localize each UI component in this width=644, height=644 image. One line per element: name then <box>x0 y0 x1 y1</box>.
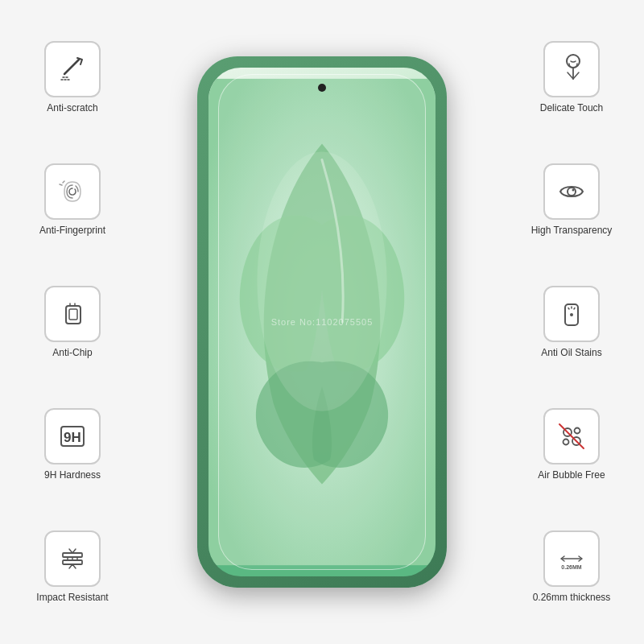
svg-rect-11 <box>63 553 82 557</box>
svg-point-23 <box>570 313 573 316</box>
svg-text:0.26MM: 0.26MM <box>561 564 581 570</box>
svg-line-25 <box>574 308 575 310</box>
svg-text:9H: 9H <box>64 430 81 445</box>
feature-9h-hardness: 9H 9H Hardness <box>44 408 101 481</box>
svg-line-3 <box>63 181 64 183</box>
feature-anti-chip: Anti-Chip <box>44 286 101 358</box>
feature-high-transparency: High Transparency <box>531 163 613 236</box>
svg-line-4 <box>60 184 62 185</box>
impact-icon-box <box>44 530 101 587</box>
anti-scratch-icon-box <box>44 41 101 97</box>
eye-icon <box>555 175 588 208</box>
anti-chip-label: Anti-Chip <box>52 347 92 358</box>
air-bubble-label: Air Bubble Free <box>538 469 605 481</box>
high-transparency-label: High Transparency <box>531 225 613 236</box>
thickness-icon-box: 0.26MM <box>543 530 600 587</box>
anti-oil-icon <box>555 298 588 330</box>
touch-icon <box>555 53 588 85</box>
thickness-label: 0.26mm thickness <box>533 592 611 603</box>
feature-air-bubble-free: Air Bubble Free <box>538 408 605 481</box>
svg-point-21 <box>572 189 575 192</box>
chip-icon <box>56 298 89 330</box>
phone-center: Store No:1102075505 <box>137 16 507 628</box>
anti-oil-label: Anti Oil Stains <box>541 347 601 358</box>
phone-wrapper: Store No:1102075505 <box>197 56 447 588</box>
thickness-icon: 0.26MM <box>555 543 588 575</box>
scratch-icon <box>56 53 89 85</box>
feature-anti-fingerprint: Anti-Fingerprint <box>39 163 105 236</box>
impact-resistant-label: Impact Resistant <box>36 592 108 603</box>
svg-line-31 <box>559 424 584 448</box>
anti-chip-icon-box <box>44 286 101 342</box>
9h-icon-box: 9H <box>44 408 101 464</box>
anti-fingerprint-icon-box <box>44 163 101 220</box>
high-transparency-icon-box <box>543 163 600 220</box>
anti-scratch-label: Anti-scratch <box>47 102 97 114</box>
svg-point-20 <box>568 188 576 196</box>
svg-point-28 <box>575 428 580 434</box>
air-bubble-icon-box <box>543 408 600 464</box>
screen-content: Store No:1102075505 <box>208 68 436 576</box>
phone-body: Store No:1102075505 <box>197 56 447 588</box>
svg-line-26 <box>568 308 569 310</box>
product-layout: Anti-scratch Anti-Fingerprint <box>0 0 644 644</box>
anti-fingerprint-label: Anti-Fingerprint <box>39 225 105 236</box>
delicate-touch-icon-box <box>543 41 600 97</box>
svg-point-17 <box>257 152 386 411</box>
svg-rect-6 <box>69 309 77 320</box>
fingerprint-icon <box>56 175 89 208</box>
9h-hardness-label: 9H Hardness <box>44 469 101 481</box>
impact-icon <box>56 543 89 575</box>
feature-anti-oil-stains: Anti Oil Stains <box>541 286 601 358</box>
feature-anti-scratch: Anti-scratch <box>44 41 101 114</box>
feature-thickness: 0.26MM 0.26mm thickness <box>533 530 611 603</box>
watermark-text: Store No:1102075505 <box>271 317 374 327</box>
camera-dot <box>318 84 326 92</box>
svg-point-18 <box>567 55 580 68</box>
phone-screen: Store No:1102075505 <box>208 68 436 576</box>
anti-oil-icon-box <box>543 286 600 342</box>
delicate-touch-label: Delicate Touch <box>540 102 604 114</box>
features-right: Delicate Touch High Transparency <box>507 16 636 628</box>
svg-point-29 <box>564 440 569 445</box>
features-left: Anti-scratch Anti-Fingerprint <box>8 16 137 628</box>
feature-delicate-touch: Delicate Touch <box>540 41 604 114</box>
svg-line-0 <box>64 60 79 74</box>
9h-hardness-icon: 9H <box>56 420 89 452</box>
bubble-icon <box>555 420 588 452</box>
feature-impact-resistant: Impact Resistant <box>36 530 108 603</box>
